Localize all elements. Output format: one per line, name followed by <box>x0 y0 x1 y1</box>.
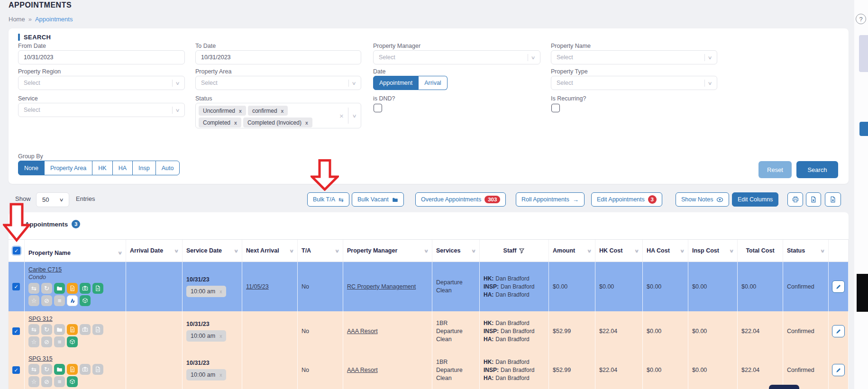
edit-row-button[interactable] <box>832 364 845 376</box>
next-arrival-link[interactable]: 11/05/23 <box>246 283 293 290</box>
work-order-icon[interactable] <box>67 364 78 375</box>
sort-icon[interactable]: ∨ <box>174 248 179 253</box>
transfer-icon[interactable]: ⇆ <box>28 324 39 335</box>
to-date-input[interactable] <box>195 50 361 64</box>
property-manager-select[interactable]: Select ∨ <box>373 50 540 64</box>
from-date-input[interactable] <box>18 50 185 64</box>
page-size-select[interactable]: 50 ∨ <box>36 192 69 207</box>
property-name-select[interactable]: Select ∨ <box>551 50 717 64</box>
group-by-auto[interactable]: Auto <box>155 161 180 175</box>
filter-funnel-icon[interactable] <box>519 248 525 254</box>
group-by-ha[interactable]: HA <box>112 161 133 175</box>
status-multiselect[interactable]: Unconfirmedx confirmedx Completedx Compl… <box>195 103 361 128</box>
cube-icon[interactable] <box>67 376 78 387</box>
ban-icon[interactable]: ⊘ <box>41 376 52 387</box>
edit-appointments-button[interactable]: Edit Appointments 3 <box>591 192 662 207</box>
remove-chip-icon[interactable]: x <box>234 120 237 126</box>
remove-chip-icon[interactable]: x <box>305 120 308 126</box>
transfer-icon[interactable]: ⇆ <box>28 364 39 375</box>
help-icon[interactable]: ? <box>856 14 866 24</box>
clear-all-icon[interactable]: × <box>339 112 344 120</box>
list-icon[interactable]: ≡ <box>54 295 65 306</box>
camera-icon[interactable] <box>80 364 91 375</box>
sort-icon[interactable]: ∨ <box>586 248 592 253</box>
row-checkbox[interactable]: ✓ <box>12 327 20 335</box>
sort-icon[interactable]: ∨ <box>679 248 685 253</box>
sort-icon[interactable]: ∨ <box>334 248 339 253</box>
sort-icon[interactable]: ∨ <box>820 248 825 253</box>
group-by-insp[interactable]: Insp <box>132 161 156 175</box>
print-button[interactable] <box>787 192 803 207</box>
edit-columns-button[interactable]: Edit Columns <box>732 192 778 207</box>
list-icon[interactable]: ≡ <box>54 336 65 347</box>
row-checkbox[interactable]: ✓ <box>12 366 20 374</box>
property-manager-link[interactable]: AAA Resort <box>347 367 428 373</box>
sort-icon[interactable]: ∨ <box>117 250 122 255</box>
brand-icon[interactable] <box>67 295 78 306</box>
sort-icon[interactable]: ∨ <box>233 248 238 253</box>
date-toggle-appointment[interactable]: Appointment <box>373 76 419 90</box>
camera-icon[interactable] <box>80 283 91 294</box>
select-all-checkbox[interactable]: ✓ <box>13 247 20 254</box>
sync-icon[interactable]: ↻ <box>41 283 52 294</box>
bulk-vacant-button[interactable]: Bulk Vacant <box>352 192 404 207</box>
sort-icon[interactable]: ∨ <box>423 248 429 253</box>
search-button[interactable]: Search <box>796 161 838 178</box>
is-dnd-checkbox[interactable] <box>374 104 382 112</box>
show-notes-button[interactable]: Show Notes <box>676 192 729 207</box>
edit-row-button[interactable] <box>832 280 845 293</box>
sync-icon[interactable]: ↻ <box>41 364 52 375</box>
sort-icon[interactable]: ∨ <box>289 248 294 253</box>
sort-icon[interactable]: ∨ <box>634 248 639 253</box>
sort-icon[interactable]: ∨ <box>729 248 734 253</box>
property-link[interactable]: Caribe C715 <box>28 266 122 273</box>
group-by-none[interactable]: None <box>18 161 45 175</box>
folder-icon[interactable] <box>54 283 65 294</box>
breadcrumb-home-link[interactable]: Home <box>9 16 25 23</box>
property-link[interactable]: SPG 315 <box>28 355 122 362</box>
edit-row-button[interactable] <box>832 325 845 337</box>
notes-file-icon[interactable] <box>92 364 103 375</box>
overdue-appointments-button[interactable]: Overdue Appointments 303 <box>415 192 506 207</box>
star-icon[interactable]: ☆ <box>28 336 39 347</box>
status-chip[interactable]: Completed (Invoiced)x <box>243 118 312 127</box>
notes-file-icon[interactable] <box>92 324 103 335</box>
property-type-select[interactable]: Select ∨ <box>551 76 717 90</box>
reset-button[interactable]: Reset <box>758 161 792 178</box>
export-file-button[interactable] <box>825 192 841 207</box>
remove-time-icon[interactable]: x <box>219 372 222 378</box>
property-manager-link[interactable]: RC Property Management <box>347 283 428 290</box>
work-order-icon[interactable] <box>67 324 78 335</box>
roll-appointments-button[interactable]: Roll Appointments → <box>516 192 585 207</box>
cube-icon[interactable] <box>67 336 78 347</box>
remove-time-icon[interactable]: x <box>219 333 222 339</box>
list-icon[interactable]: ≡ <box>54 376 65 387</box>
star-icon[interactable]: ☆ <box>28 376 39 387</box>
ban-icon[interactable]: ⊘ <box>41 336 52 347</box>
group-by-property-area[interactable]: Property Area <box>44 161 92 175</box>
folder-icon[interactable] <box>54 364 65 375</box>
sync-icon[interactable]: ↻ <box>41 324 52 335</box>
group-by-hk[interactable]: HK <box>92 161 112 175</box>
folder-icon[interactable] <box>54 324 65 335</box>
status-chip[interactable]: confirmedx <box>248 106 288 116</box>
remove-chip-icon[interactable]: x <box>281 108 284 114</box>
property-region-select[interactable]: Select ∨ <box>18 76 185 90</box>
ban-icon[interactable]: ⊘ <box>41 295 52 306</box>
service-select[interactable]: Select ∨ <box>18 103 185 117</box>
property-area-select[interactable]: Select ∨ <box>195 76 361 90</box>
remove-chip-icon[interactable]: x <box>239 108 242 114</box>
date-toggle-arrival[interactable]: Arrival <box>419 76 447 90</box>
property-link[interactable]: SPG 312 <box>28 316 122 322</box>
notes-file-icon[interactable] <box>92 283 103 294</box>
cube-icon[interactable] <box>80 295 91 306</box>
work-order-icon[interactable] <box>67 283 78 294</box>
service-time-chip[interactable]: 10:00 amx <box>186 286 226 297</box>
service-time-chip[interactable]: 10:00 amx <box>186 330 226 342</box>
sort-icon[interactable]: ∨ <box>471 248 476 253</box>
transfer-icon[interactable]: ⇆ <box>28 283 39 294</box>
property-manager-link[interactable]: AAA Resort <box>347 328 428 335</box>
bulk-ta-button[interactable]: Bulk T/A ⇆ <box>307 192 349 207</box>
star-icon[interactable]: ☆ <box>28 295 39 306</box>
row-checkbox[interactable]: ✓ <box>12 283 20 290</box>
